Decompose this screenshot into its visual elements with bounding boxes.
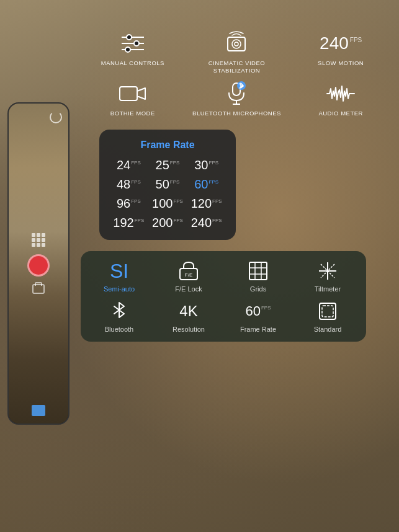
frame-rate-title: Frame Rate	[112, 140, 223, 151]
fr-120[interactable]: 120FPS	[189, 197, 223, 211]
feature-cinematic-video[interactable]: CINEMATIC VIDEO STABILIZATION	[185, 31, 289, 75]
record-button[interactable]	[27, 254, 50, 277]
cinematic-label: CINEMATIC VIDEO STABILIZATION	[185, 60, 289, 75]
bottom-row-2: Bluetooth 4K Resolution 60FPS Frame Rate	[87, 300, 360, 333]
features-grid: MANUAL CONTROLS CINEMATIC VIDEO STABILIZ…	[81, 31, 393, 117]
content-area: MANUAL CONTROLS CINEMATIC VIDEO STABILIZ…	[81, 0, 393, 532]
fr-200[interactable]: 200FPS	[151, 216, 185, 230]
grids-icon	[246, 260, 271, 282]
svg-point-13	[237, 81, 246, 90]
svg-rect-26	[322, 306, 333, 317]
folder-icon	[32, 405, 45, 416]
camera-icon	[118, 81, 148, 106]
bluetooth-label: Bluetooth	[105, 326, 133, 333]
frame-rate-grid: 24FPS 25FPS 30FPS 48FPS 50FPS 60FPS 96FP…	[112, 158, 223, 230]
grids-label: Grids	[250, 285, 266, 293]
sync-icon	[50, 111, 62, 123]
svg-rect-16	[249, 262, 267, 280]
240fps-icon: 240FPS	[326, 31, 356, 56]
photo-icon[interactable]	[32, 284, 45, 294]
fe-lock-label: F/E Lock	[175, 285, 202, 293]
feature-manual-controls[interactable]: MANUAL CONTROLS	[81, 31, 185, 75]
standard-item[interactable]: Standard	[295, 300, 360, 333]
fr-240[interactable]: 240FPS	[189, 216, 223, 230]
si-icon: SI	[107, 260, 132, 282]
semi-auto-label: Semi-auto	[104, 285, 135, 293]
svg-point-7	[232, 40, 241, 48]
svg-text:F/E: F/E	[185, 272, 192, 278]
sliders-icon	[118, 31, 148, 56]
phone-mockup	[7, 102, 69, 425]
manual-controls-label: MANUAL CONTROLS	[101, 60, 164, 67]
feature-bluetooth-mic[interactable]: BLUETOOTH MICROPHONES	[185, 81, 289, 117]
resolution-label: Resolution	[173, 326, 205, 333]
bluetooth-mic-label: BLUETOOTH MICROPHONES	[192, 110, 281, 117]
phone-controls	[27, 233, 50, 294]
feature-audio-meter[interactable]: AUDIO METER	[289, 81, 393, 117]
semi-auto-item[interactable]: SI Semi-auto	[87, 260, 151, 293]
fr-25[interactable]: 25FPS	[151, 158, 185, 172]
bottom-panel: SI Semi-auto F/E F/E Lock	[81, 251, 366, 342]
fe-lock-item[interactable]: F/E F/E Lock	[156, 260, 221, 293]
svg-point-4	[134, 41, 139, 46]
feature-bothie-mode[interactable]: BOTHIE MODE	[81, 81, 185, 117]
feature-slow-motion[interactable]: 240FPS SLOW MOTION	[289, 31, 393, 75]
bluetooth-item[interactable]: Bluetooth	[87, 300, 151, 333]
standard-icon	[315, 300, 340, 322]
grid-button[interactable]	[32, 233, 45, 247]
phone-screen	[9, 104, 68, 423]
slow-motion-label: SLOW MOTION	[318, 60, 364, 67]
audio-meter-label: AUDIO METER	[318, 110, 362, 117]
fr-96[interactable]: 96FPS	[112, 197, 146, 211]
bothie-label: BOTHIE MODE	[110, 110, 155, 117]
svg-point-5	[125, 47, 130, 52]
fr-30[interactable]: 30FPS	[189, 158, 223, 172]
svg-point-8	[235, 42, 238, 46]
fr-60[interactable]: 60FPS	[189, 177, 223, 192]
bluetooth-icon	[107, 300, 132, 322]
frame-rate-bottom-label: Frame Rate	[240, 326, 276, 333]
tiltmeter-label: Tiltmeter	[315, 285, 341, 293]
tiltmeter-item[interactable]: Tiltmeter	[295, 260, 360, 293]
resolution-4k-icon: 4K	[176, 300, 201, 322]
svg-rect-9	[120, 87, 137, 100]
svg-point-3	[127, 35, 132, 40]
tiltmeter-icon	[315, 260, 340, 282]
grids-item[interactable]: Grids	[226, 260, 290, 293]
fr-100[interactable]: 100FPS	[151, 197, 185, 211]
frame-rate-panel: Frame Rate 24FPS 25FPS 30FPS 48FPS 50FPS…	[99, 130, 236, 240]
frame-rate-60-icon: 60FPS	[246, 300, 271, 322]
fr-24[interactable]: 24FPS	[112, 158, 146, 172]
frame-rate-bottom-item[interactable]: 60FPS Frame Rate	[226, 300, 290, 333]
fr-192[interactable]: 192FPS	[112, 216, 146, 230]
fe-lock-icon: F/E	[176, 260, 201, 282]
resolution-item[interactable]: 4K Resolution	[156, 300, 221, 333]
standard-label: Standard	[314, 326, 342, 333]
fr-48[interactable]: 48FPS	[112, 177, 146, 192]
waveform-icon	[326, 81, 356, 106]
bottom-row-1: SI Semi-auto F/E F/E Lock	[87, 260, 360, 293]
bluetooth-mic-icon	[222, 81, 251, 106]
fr-50[interactable]: 50FPS	[151, 177, 185, 192]
stabilization-icon	[222, 31, 251, 56]
